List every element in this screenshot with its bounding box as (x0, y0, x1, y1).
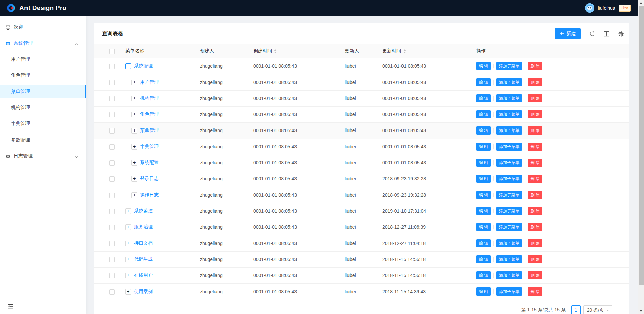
delete-button[interactable]: 删 除 (528, 62, 542, 70)
edit-button[interactable]: 编 辑 (476, 191, 491, 199)
expand-toggle[interactable]: + (125, 257, 131, 262)
add-child-menu-button[interactable]: 添加子菜单 (496, 78, 522, 86)
expand-toggle[interactable]: + (131, 112, 137, 117)
page-size-select[interactable]: 20 条/页 (583, 305, 612, 314)
menu-name-link[interactable]: 在线用户 (134, 272, 153, 278)
expand-toggle[interactable]: + (131, 96, 137, 101)
row-checkbox[interactable] (109, 128, 115, 134)
sidebar-item-3[interactable]: 角色管理 (0, 69, 86, 82)
add-child-menu-button[interactable]: 添加子菜单 (496, 159, 522, 167)
menu-name-link[interactable]: 机构管理 (140, 95, 159, 101)
column-height-icon[interactable] (604, 31, 609, 37)
delete-button[interactable]: 删 除 (528, 110, 542, 118)
delete-button[interactable]: 删 除 (528, 239, 542, 247)
scrollbar-down-arrow-icon[interactable] (640, 310, 642, 312)
expand-toggle[interactable]: + (125, 273, 131, 278)
delete-button[interactable]: 删 除 (528, 94, 542, 102)
edit-button[interactable]: 编 辑 (476, 207, 491, 215)
delete-button[interactable]: 删 除 (528, 175, 542, 183)
add-child-menu-button[interactable]: 添加子菜单 (496, 62, 522, 70)
select-all-checkbox[interactable] (109, 49, 115, 54)
add-child-menu-button[interactable]: 添加子菜单 (496, 271, 522, 279)
edit-button[interactable]: 编 辑 (476, 126, 491, 135)
expand-toggle[interactable]: + (131, 80, 137, 85)
add-child-menu-button[interactable]: 添加子菜单 (496, 223, 522, 231)
sidebar-item-5[interactable]: 机构管理 (0, 101, 86, 114)
sidebar-item-4[interactable]: 菜单管理 (0, 85, 86, 98)
menu-name-link[interactable]: 字典管理 (140, 144, 159, 150)
edit-button[interactable]: 编 辑 (476, 271, 491, 279)
sidebar-item-8[interactable]: 日志管理 (0, 149, 86, 163)
edit-button[interactable]: 编 辑 (476, 223, 491, 231)
add-child-menu-button[interactable]: 添加子菜单 (496, 94, 522, 102)
menu-name-link[interactable]: 使用案例 (134, 289, 153, 295)
expand-toggle[interactable]: + (125, 241, 131, 246)
collapse-toggle[interactable]: − (125, 63, 131, 69)
menu-name-link[interactable]: 角色管理 (140, 111, 159, 117)
edit-button[interactable]: 编 辑 (476, 287, 491, 296)
column-header-updated[interactable]: 更新时间 (377, 44, 471, 58)
delete-button[interactable]: 删 除 (528, 223, 542, 231)
scrollbar-up-arrow-icon[interactable] (640, 2, 642, 4)
sidebar-item-6[interactable]: 字典管理 (0, 117, 86, 130)
row-checkbox[interactable] (109, 257, 115, 262)
add-child-menu-button[interactable]: 添加子菜单 (496, 287, 522, 296)
edit-button[interactable]: 编 辑 (476, 159, 491, 167)
edit-button[interactable]: 编 辑 (476, 239, 491, 247)
expand-toggle[interactable]: + (131, 176, 137, 182)
expand-toggle[interactable]: + (125, 224, 131, 230)
menu-name-link[interactable]: 用户管理 (140, 79, 159, 85)
menu-name-link[interactable]: 服务治理 (134, 224, 153, 230)
row-checkbox[interactable] (109, 64, 115, 69)
delete-button[interactable]: 删 除 (528, 143, 542, 151)
row-checkbox[interactable] (109, 225, 115, 230)
row-checkbox[interactable] (109, 144, 115, 150)
sidebar-item-7[interactable]: 参数管理 (0, 133, 86, 147)
edit-button[interactable]: 编 辑 (476, 175, 491, 183)
menu-name-link[interactable]: 菜单管理 (140, 127, 159, 134)
add-child-menu-button[interactable]: 添加子菜单 (496, 191, 522, 199)
add-child-menu-button[interactable]: 添加子菜单 (496, 143, 522, 151)
row-checkbox[interactable] (109, 209, 115, 214)
expand-toggle[interactable]: + (125, 208, 131, 214)
window-scrollbar[interactable] (638, 0, 644, 314)
add-child-menu-button[interactable]: 添加子菜单 (496, 126, 522, 135)
expand-toggle[interactable]: + (131, 192, 137, 198)
edit-button[interactable]: 编 辑 (476, 62, 491, 70)
sort-caret-icon[interactable] (274, 49, 277, 53)
row-checkbox[interactable] (109, 273, 115, 278)
add-child-menu-button[interactable]: 添加子菜单 (496, 207, 522, 215)
new-button[interactable]: 新建 (555, 28, 581, 39)
expand-toggle[interactable]: + (131, 128, 137, 134)
pagination-page-1[interactable]: 1 (571, 305, 581, 314)
column-header-created[interactable]: 创建时间 (248, 44, 339, 58)
sidebar-item-2[interactable]: 用户管理 (0, 53, 86, 66)
expand-toggle[interactable]: + (131, 160, 137, 166)
sort-caret-icon[interactable] (403, 49, 406, 53)
menu-fold-icon[interactable] (8, 304, 13, 309)
edit-button[interactable]: 编 辑 (476, 110, 491, 118)
row-checkbox[interactable] (109, 241, 115, 246)
sidebar-item-1[interactable]: 系统管理 (0, 37, 86, 50)
menu-name-link[interactable]: 操作日志 (140, 192, 159, 198)
add-child-menu-button[interactable]: 添加子菜单 (496, 110, 522, 118)
add-child-menu-button[interactable]: 添加子菜单 (496, 239, 522, 247)
edit-button[interactable]: 编 辑 (476, 94, 491, 102)
row-checkbox[interactable] (109, 80, 115, 85)
row-checkbox[interactable] (109, 112, 115, 117)
username-text[interactable]: liufeihua (598, 5, 615, 11)
reload-icon[interactable] (589, 31, 595, 37)
delete-button[interactable]: 删 除 (528, 287, 542, 296)
scrollbar-thumb[interactable] (639, 6, 644, 285)
delete-button[interactable]: 删 除 (528, 78, 542, 86)
menu-name-link[interactable]: 系统监控 (134, 208, 153, 214)
menu-name-link[interactable]: 代码生成 (134, 256, 153, 262)
delete-button[interactable]: 删 除 (528, 207, 542, 215)
add-child-menu-button[interactable]: 添加子菜单 (496, 175, 522, 183)
edit-button[interactable]: 编 辑 (476, 78, 491, 86)
edit-button[interactable]: 编 辑 (476, 143, 491, 151)
delete-button[interactable]: 删 除 (528, 159, 542, 167)
menu-name-link[interactable]: 系统配置 (140, 160, 159, 166)
row-checkbox[interactable] (109, 193, 115, 198)
expand-toggle[interactable]: + (125, 289, 131, 295)
